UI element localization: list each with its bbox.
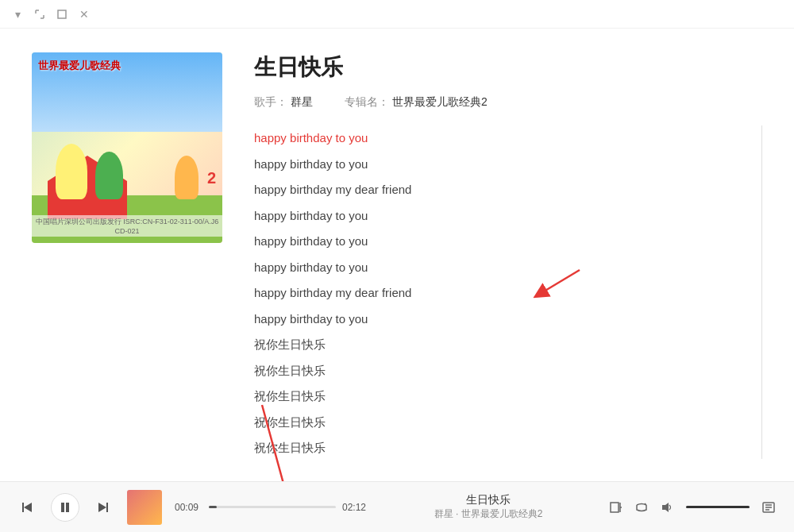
expand-button[interactable] [32, 6, 48, 22]
artist-meta: 歌手： 群星 [254, 95, 313, 110]
loop-button[interactable] [632, 498, 651, 517]
rect-button[interactable] [54, 6, 70, 22]
svg-marker-5 [24, 503, 32, 512]
song-meta: 歌手： 群星 专辑名： 世界最爱儿歌经典2 [254, 95, 762, 110]
lyric-line[interactable]: happy birthday my dear friend [254, 280, 755, 306]
lyric-line[interactable]: happy birthday to you [254, 125, 755, 152]
svg-rect-10 [106, 503, 108, 512]
svg-marker-14 [662, 503, 669, 512]
player-song-name: 生日快乐 [466, 493, 511, 507]
album-label: 专辑名： [345, 95, 389, 110]
player-song-info: 生日快乐 群星 · 世界最爱儿歌经典2 [383, 493, 594, 521]
lyric-line[interactable]: 祝你生日快乐 [254, 384, 755, 410]
collapse-button[interactable]: ▾ [10, 6, 25, 22]
player-thumbnail [127, 490, 162, 525]
player-song-artist: 群星 · 世界最爱儿歌经典2 [434, 507, 543, 521]
player-extra-controls [607, 498, 778, 517]
svg-marker-9 [98, 503, 106, 512]
lyric-line[interactable]: 祝你生日快乐 [254, 332, 755, 358]
playlist-button[interactable] [607, 498, 626, 517]
progress-bar[interactable] [209, 506, 336, 508]
player-bar: 00:09 02:12 生日快乐 群星 · 世界最爱儿歌经典2 [0, 481, 794, 532]
lyric-line[interactable]: 祝你生日快乐 [254, 435, 755, 459]
album-bottom-text: 中国唱片深圳公司出版发行 ISRC:CN-F31-02-311-00/A.J6 … [32, 215, 222, 237]
lyric-line[interactable]: 祝你生日快乐 [254, 358, 755, 384]
album-value: 世界最爱儿歌经典2 [392, 95, 488, 110]
lyric-line[interactable]: happy birthday to you [254, 203, 755, 229]
svg-rect-8 [66, 503, 69, 512]
lyrics-panel[interactable]: happy birthday to youhappy birthday to y… [254, 125, 762, 459]
more-button[interactable] [759, 498, 778, 517]
lyric-line[interactable]: happy birthday to you [254, 229, 755, 255]
artist-label: 歌手： [254, 95, 287, 110]
svg-rect-0 [58, 10, 66, 18]
album-art: 世界最爱儿歌经典 2 中国唱片深圳公司出版发行 ISRC:CN-F31-02-3… [32, 52, 222, 243]
album-meta: 专辑名： 世界最爱儿歌经典2 [345, 95, 488, 110]
progress-fill [209, 506, 217, 508]
lyric-line[interactable]: happy birthday to you [254, 255, 755, 281]
album-number: 2 [207, 169, 216, 187]
player-controls [16, 493, 114, 522]
volume-bar[interactable] [686, 506, 750, 508]
lyric-line[interactable]: happy birthday to you [254, 152, 755, 178]
next-button[interactable] [92, 496, 114, 519]
player-time-section: 00:09 02:12 [175, 502, 370, 513]
main-content: 世界最爱儿歌经典 2 中国唱片深圳公司出版发行 ISRC:CN-F31-02-3… [0, 29, 794, 481]
svg-rect-11 [611, 503, 619, 512]
lyric-line[interactable]: happy birthday my dear friend [254, 177, 755, 203]
volume-icon[interactable] [657, 498, 676, 517]
lyric-line[interactable]: happy birthday to you [254, 306, 755, 333]
total-time: 02:12 [342, 502, 370, 513]
album-title-overlay: 世界最爱儿歌经典 [38, 59, 121, 73]
title-bar: ▾ ✕ [0, 0, 794, 29]
song-title: 生日快乐 [254, 52, 762, 83]
current-time: 00:09 [175, 502, 202, 513]
play-pause-button[interactable] [51, 493, 79, 522]
prev-button[interactable] [16, 496, 38, 519]
svg-rect-6 [22, 503, 24, 512]
artist-value: 群星 [291, 95, 313, 110]
song-info-panel: 生日快乐 歌手： 群星 专辑名： 世界最爱儿歌经典2 happy birthda… [254, 52, 762, 465]
close-button[interactable]: ✕ [76, 6, 92, 22]
lyric-line[interactable]: 祝你生日快乐 [254, 410, 755, 436]
svg-rect-7 [61, 503, 64, 512]
